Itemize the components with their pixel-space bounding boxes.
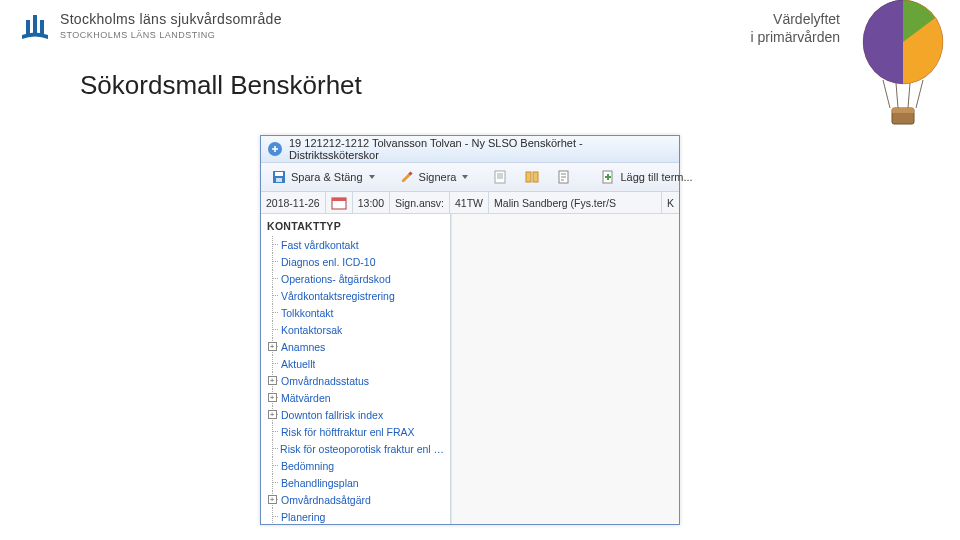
lagg-till-term-button[interactable]: Lägg till term... [594, 167, 698, 187]
tree-item-label: Tolkkontakt [279, 307, 334, 319]
tree-item[interactable]: Aktuellt [265, 355, 450, 372]
tree-connector: + [265, 338, 279, 355]
tree-item[interactable]: +Anamnes [265, 338, 450, 355]
tree-connector [265, 508, 279, 524]
tree-item[interactable]: Fast vårdkontakt [265, 236, 450, 253]
sign-ansv-value[interactable]: 41TW [450, 192, 489, 213]
tree-connector [265, 253, 279, 270]
tree-item[interactable]: Vårdkontaktsregistrering [265, 287, 450, 304]
slide-header: Stockholms läns sjukvårdsområde STOCKHOL… [0, 0, 960, 70]
save-close-label: Spara & Stäng [291, 171, 363, 183]
app-window: 19 121212-1212 Tolvansson Tolvan - Ny SL… [260, 135, 680, 525]
slide-title: Sökordsmall Benskörhet [80, 70, 362, 101]
svg-rect-14 [533, 172, 538, 182]
tree-item[interactable]: +Downton fallrisk index [265, 406, 450, 423]
save-close-button[interactable]: Spara & Stäng [265, 167, 381, 187]
tagline-line1: Värdelyftet [751, 10, 840, 28]
toolbar-action-2[interactable] [518, 167, 546, 187]
tree-item[interactable]: Behandlingsplan [265, 474, 450, 491]
tree-connector [265, 474, 279, 491]
svg-rect-10 [276, 178, 282, 182]
pencil-icon [399, 169, 415, 185]
tree-item[interactable]: Risk för höftfraktur enl FRAX [265, 423, 450, 440]
k-dropdown[interactable]: K [662, 192, 679, 213]
window-body: KONTAKTTYP Fast vårdkontaktDiagnos enl. … [261, 214, 679, 524]
tree-connector [265, 321, 279, 338]
content-pane [451, 214, 679, 524]
chevron-down-icon [462, 175, 468, 179]
expand-icon[interactable]: + [268, 393, 277, 402]
tree-item-label: Omvårdnadsstatus [279, 375, 369, 387]
info-bar: 2018-11-26 13:00 Sign.ansv: 41TW Malin S… [261, 192, 679, 214]
tree-section-heading: KONTAKTTYP [265, 218, 450, 236]
org-name: Stockholms läns sjukvårdsområde [60, 11, 282, 27]
tree-item-label: Omvårdnadsåtgärd [279, 494, 371, 506]
user-field[interactable]: Malin Sandberg (Fys.ter/S [489, 192, 662, 213]
tree-item[interactable]: Planering [265, 508, 450, 524]
tree-item[interactable]: +Omvårdnadsåtgärd [265, 491, 450, 508]
expand-icon[interactable]: + [268, 495, 277, 504]
toolbar-action-3[interactable] [550, 167, 578, 187]
add-icon [600, 169, 616, 185]
tree-item-label: Risk för höftfraktur enl FRAX [279, 426, 415, 438]
tree-item-label: Planering [279, 511, 325, 523]
toolbar-action-1[interactable] [486, 167, 514, 187]
window-titlebar: 19 121212-1212 Tolvansson Tolvan - Ny SL… [261, 136, 679, 162]
sign-ansv-label: Sign.ansv: [390, 192, 450, 213]
tree-connector: + [265, 491, 279, 508]
balloon-image [858, 0, 948, 135]
landsting-logo-icon [20, 10, 50, 40]
tree-connector [265, 270, 279, 287]
expand-icon[interactable]: + [268, 342, 277, 351]
tree-item[interactable]: Operations- åtgärdskod [265, 270, 450, 287]
tree-item-label: Behandlingsplan [279, 477, 359, 489]
tree-item[interactable]: +Mätvärden [265, 389, 450, 406]
tree-connector [265, 440, 278, 457]
date-field[interactable]: 2018-11-26 [261, 192, 326, 213]
tree-connector: + [265, 372, 279, 389]
keyword-tree: Fast vårdkontaktDiagnos enl. ICD-10Opera… [265, 236, 450, 524]
tree-item-label: Bedömning [279, 460, 334, 472]
svg-rect-1 [26, 20, 30, 35]
calendar-icon [331, 196, 347, 210]
tree-pane: KONTAKTTYP Fast vårdkontaktDiagnos enl. … [261, 214, 451, 524]
tree-connector [265, 304, 279, 321]
tree-item-label: Anamnes [279, 341, 325, 353]
tree-item[interactable]: Risk för osteoporotisk fraktur enl FRAX [265, 440, 450, 457]
tree-connector [265, 236, 279, 253]
svg-rect-12 [495, 171, 505, 183]
tree-item-label: Downton fallrisk index [279, 409, 383, 421]
signera-label: Signera [419, 171, 457, 183]
tree-item-label: Vårdkontaktsregistrering [279, 290, 395, 302]
tree-connector [265, 355, 279, 372]
window-icon [267, 141, 283, 157]
time-field[interactable]: 13:00 [353, 192, 390, 213]
svg-rect-9 [275, 172, 283, 176]
lagg-till-label: Lägg till term... [620, 171, 692, 183]
chevron-down-icon [369, 175, 375, 179]
tree-connector: + [265, 406, 279, 423]
tagline-line2: i primärvården [751, 28, 840, 46]
expand-icon[interactable]: + [268, 410, 277, 419]
tree-item[interactable]: Bedömning [265, 457, 450, 474]
tree-item-label: Aktuellt [279, 358, 315, 370]
tree-connector [265, 457, 279, 474]
tree-item[interactable]: Tolkkontakt [265, 304, 450, 321]
toolbar: Spara & Stäng Signera Lägg till term... [261, 162, 679, 192]
window-title: 19 121212-1212 Tolvansson Tolvan - Ny SL… [289, 137, 673, 161]
tree-item[interactable]: Diagnos enl. ICD-10 [265, 253, 450, 270]
svg-rect-6 [892, 108, 914, 113]
tree-item-label: Mätvärden [279, 392, 331, 404]
expand-icon[interactable]: + [268, 376, 277, 385]
save-icon [271, 169, 287, 185]
tree-item[interactable]: Kontaktorsak [265, 321, 450, 338]
tree-connector [265, 287, 279, 304]
svg-rect-18 [605, 176, 611, 178]
tree-item-label: Operations- åtgärdskod [279, 273, 391, 285]
tree-item[interactable]: +Omvårdnadsstatus [265, 372, 450, 389]
org-subtitle: STOCKHOLMS LÄNS LANDSTING [60, 30, 282, 40]
columns-icon [524, 169, 540, 185]
signera-button[interactable]: Signera [393, 167, 475, 187]
calendar-button[interactable] [326, 192, 353, 213]
svg-rect-20 [332, 198, 346, 201]
